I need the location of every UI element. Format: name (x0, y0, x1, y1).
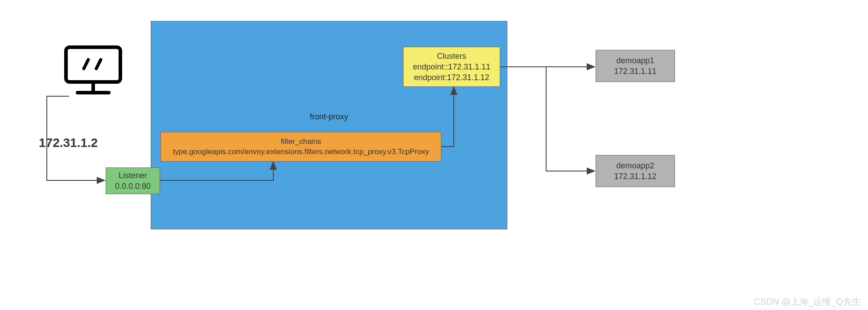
listener-addr: 0.0.0.0:80 (115, 181, 151, 192)
clusters-endpoint2: endpoint:172.31.1.12 (414, 72, 489, 83)
listener-box: Listener 0.0.0.0:80 (106, 167, 160, 194)
demoapp1-ip: 172.31.1.11 (614, 66, 656, 77)
demoapp2-name: demoapp2 (616, 160, 654, 171)
demoapp1-name: demoapp1 (616, 55, 654, 66)
svg-rect-0 (66, 47, 120, 82)
clusters-endpoint1: endpoint::172.31.1.11 (413, 61, 490, 72)
monitor-icon (64, 45, 122, 96)
watermark: CSDN @上海_运维_Q先生 (754, 296, 861, 308)
listener-title: Listener (119, 170, 147, 181)
front-proxy-label: front-proxy (310, 111, 348, 122)
clusters-title: Clusters (437, 51, 466, 61)
filter-chains-type: type.googleapis.com/envoy.extensions.fil… (173, 147, 429, 157)
filter-chains-box: filter_chains type.googleapis.com/envoy.… (160, 132, 441, 162)
demoapp2-box: demoapp2 172.31.1.12 (596, 155, 675, 187)
filter-chains-title: filter_chains (281, 137, 321, 147)
demoapp1-box: demoapp1 172.31.1.11 (596, 50, 675, 82)
svg-line-4 (96, 60, 101, 69)
demoapp2-ip: 172.31.1.12 (614, 171, 656, 182)
client-ip-label: 172.31.1.2 (39, 136, 98, 150)
clusters-box: Clusters endpoint::172.31.1.11 endpoint:… (403, 47, 500, 87)
svg-line-3 (84, 60, 88, 69)
